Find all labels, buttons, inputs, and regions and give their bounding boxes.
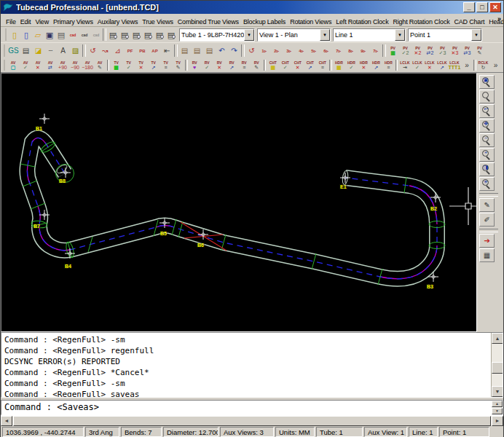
av-edit-icon[interactable]: AV✎: [94, 59, 106, 72]
pv-edit-icon[interactable]: PV✎: [473, 44, 486, 58]
av-delete-icon[interactable]: AV✕: [32, 59, 44, 72]
toolbar-grip[interactable]: [4, 60, 6, 71]
sweep-button[interactable]: ✐: [479, 213, 495, 227]
cad-gray-icon[interactable]: cad: [79, 28, 90, 42]
pf-tool-icon[interactable]: PF: [124, 44, 136, 58]
rclk-more-button[interactable]: »: [489, 59, 502, 72]
menu-true-views[interactable]: True Views: [140, 17, 176, 27]
pv-swap3-icon[interactable]: PV⇄3: [461, 44, 473, 58]
preview-doc-6-icon[interactable]: ▤: [165, 28, 177, 42]
zoom-all-button[interactable]: ✥: [479, 119, 495, 133]
bend-1-icon[interactable]: 1▹: [258, 44, 270, 58]
lclk-goto-icon[interactable]: LCLK↗: [436, 59, 448, 72]
preview-doc-1-icon[interactable]: ▤: [107, 28, 119, 42]
print-icon[interactable]: ▤: [55, 28, 67, 42]
minimize-button[interactable]: _: [463, 2, 475, 12]
rv-delete-icon[interactable]: RV✕: [213, 59, 226, 72]
zoom-extents-button[interactable]: ▣: [479, 75, 495, 89]
bend-rotate-icon[interactable]: ↺: [245, 44, 258, 58]
hscroll-thumb[interactable]: [13, 416, 491, 426]
dimension-grid-button[interactable]: ▦: [479, 248, 495, 262]
hdr-new-icon[interactable]: HDR▦: [333, 59, 345, 72]
scroll-thumb[interactable]: [492, 362, 503, 374]
bend-6-icon[interactable]: 6▹: [320, 44, 332, 58]
rv-goto-icon[interactable]: RV↗: [226, 59, 238, 72]
cht-goto-icon[interactable]: CHT↗: [304, 59, 316, 72]
bend-2-icon[interactable]: 2▹: [270, 44, 283, 58]
redo-button[interactable]: ↷: [228, 44, 240, 58]
scroll-left-icon[interactable]: ◄: [1, 416, 12, 426]
tv-delete-icon[interactable]: TV✕: [135, 59, 147, 72]
line-select[interactable]: Line 1▼: [333, 28, 406, 42]
drawing-canvas[interactable]: B1B8B7B4B5B6B3B2E1: [1, 73, 477, 332]
maximize-button[interactable]: □: [476, 2, 488, 12]
point-select[interactable]: Point 1▼: [408, 28, 482, 42]
cht-new-icon[interactable]: CHT▦: [267, 59, 279, 72]
gs-tool-icon[interactable]: GS: [7, 44, 20, 58]
open-folder-icon[interactable]: ▱: [32, 28, 44, 42]
pv-new-icon[interactable]: PV▦: [387, 44, 399, 58]
pv-swap2-icon[interactable]: PV⇄2: [424, 44, 436, 58]
eraser-tool-icon[interactable]: ◪: [32, 44, 44, 58]
hdr-delete-icon[interactable]: HDR✕: [358, 59, 370, 72]
clipboard-3-icon[interactable]: ▤: [203, 44, 216, 58]
rclk-new-icon[interactable]: RCLK↻: [477, 59, 489, 72]
zoom-selected-button[interactable]: ◨: [479, 162, 495, 176]
av-minus180-icon[interactable]: AV−180: [82, 59, 94, 72]
cht-list-icon[interactable]: CHT≡: [316, 59, 328, 72]
spin-up-icon[interactable]: ▲: [492, 401, 503, 407]
av-check-icon[interactable]: AV✓: [20, 59, 32, 72]
lclk-delete-icon[interactable]: LCLK✕: [423, 59, 436, 72]
rv-edit-icon[interactable]: RV✎: [251, 59, 263, 72]
zoom-in-button[interactable]: +: [479, 148, 495, 162]
view-select-arrow-icon[interactable]: ▼: [320, 29, 330, 41]
tv-list-icon[interactable]: TV≡: [160, 59, 172, 72]
av-new-icon[interactable]: AV▢: [7, 59, 20, 72]
tube-select-arrow-icon[interactable]: ▼: [244, 29, 254, 41]
scroll-up-icon[interactable]: ▲: [492, 333, 503, 344]
slope-tool-icon[interactable]: ⊿: [111, 44, 124, 58]
save-icon[interactable]: ▣: [44, 28, 55, 42]
bend-7-icon[interactable]: 7▹: [332, 44, 344, 58]
lclk-check-icon[interactable]: LCLK✓: [411, 59, 423, 72]
menu-file[interactable]: File: [4, 17, 18, 27]
menu-auxilary-views[interactable]: Auxilary Views: [95, 17, 141, 27]
menu-cad-chart[interactable]: CAD Chart: [452, 17, 487, 27]
tv-new-icon[interactable]: TV▦: [110, 59, 122, 72]
rv-check-icon[interactable]: RV✓: [201, 59, 213, 72]
dashline-tool-icon[interactable]: ┄: [44, 44, 57, 58]
toolbar-grip[interactable]: [5, 28, 7, 41]
export-button[interactable]: ➔: [479, 234, 495, 248]
new-document-icon[interactable]: ▯: [9, 28, 20, 42]
av-swap-icon[interactable]: AV⇄: [44, 59, 57, 72]
text-tool-icon[interactable]: A: [57, 44, 69, 58]
cht-delete-icon[interactable]: CHT✕: [291, 59, 304, 72]
bend-5-icon[interactable]: 5▹: [307, 44, 320, 58]
cad-outline-icon[interactable]: cad: [90, 28, 102, 42]
av-plus90-icon[interactable]: AV+90: [57, 59, 69, 72]
new-document-alt-icon[interactable]: ▯: [20, 28, 32, 42]
cht-check-icon[interactable]: CHT✓: [279, 59, 291, 72]
angle-tool-icon[interactable]: ↝: [99, 44, 111, 58]
menu-edit[interactable]: Edit: [18, 17, 34, 27]
bend-3-icon[interactable]: 3▹: [283, 44, 295, 58]
tv-goto-icon[interactable]: TV↗: [147, 59, 160, 72]
command-input[interactable]: [4, 402, 488, 412]
lclk-ttt-icon[interactable]: LCLKTTT1: [448, 59, 460, 72]
hatch-tool-icon[interactable]: ▨: [69, 44, 82, 58]
spin-down-icon[interactable]: ▼: [492, 408, 503, 414]
preview-doc-3-icon[interactable]: ▤: [130, 28, 142, 42]
tv-edit-icon[interactable]: TV✎: [172, 59, 184, 72]
menu-primary-views[interactable]: Primary Views: [51, 17, 95, 27]
zoom-dynamic-button[interactable]: ✳: [479, 177, 495, 191]
preview-doc-4-icon[interactable]: ▤: [142, 28, 154, 42]
measure-tool-icon[interactable]: ⇤: [161, 44, 173, 58]
lclk-new-icon[interactable]: LCLK⇥: [398, 59, 411, 72]
tube-select[interactable]: Tube 1 - 9L8P-7H420-BD▼: [179, 28, 255, 42]
console-scrollbar[interactable]: ▲ ▼: [491, 333, 503, 397]
scroll-down-icon[interactable]: ▼: [492, 386, 503, 397]
pan-button[interactable]: ✎: [479, 198, 495, 212]
doc-tool-icon[interactable]: ▤: [20, 44, 32, 58]
title-bar[interactable]: Tubecad Professional - [unbend.TCD] _□✕: [1, 1, 503, 14]
pv-check2-icon[interactable]: PV✓2: [399, 44, 412, 58]
